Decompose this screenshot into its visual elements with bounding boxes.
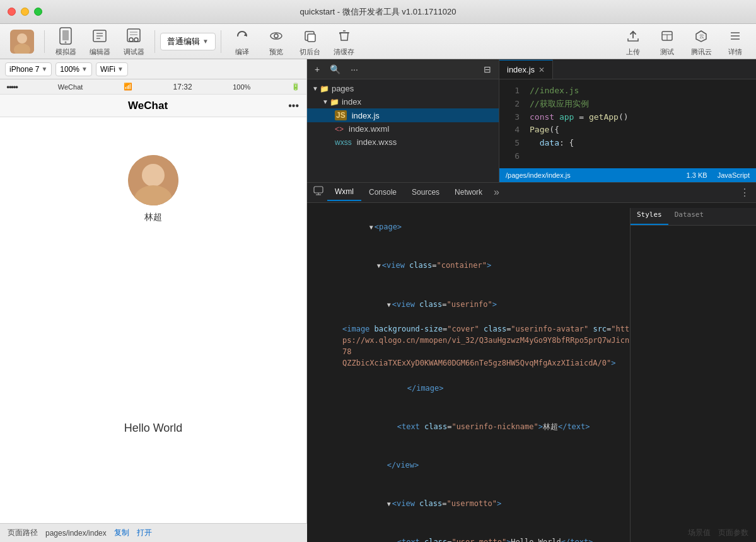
nav-more-icon[interactable]: •••: [288, 100, 299, 112]
editor-icon: [90, 26, 110, 46]
index-js-label: index.js: [352, 111, 380, 120]
debugger-button[interactable]: 调试器: [118, 23, 149, 59]
search-file-button[interactable]: 🔍: [327, 63, 343, 76]
xml-line-2: ▼<view class="container">: [312, 246, 630, 285]
index-folder-label: index: [342, 97, 361, 107]
status-path: /pages/index/index.js: [506, 171, 677, 179]
tree-item-index-js[interactable]: JS index.js: [307, 108, 499, 122]
signal-indicator: ●●●●●: [6, 84, 17, 90]
device-name: iPhone 7: [9, 65, 39, 74]
device-sub-toolbar: iPhone 7 ▼ 100% ▼ WiFi ▼: [0, 59, 307, 79]
test-button[interactable]: 测试: [651, 23, 683, 59]
more-tabs-button[interactable]: »: [490, 187, 503, 198]
detail-button[interactable]: 详情: [719, 23, 751, 59]
pages-folder-label: pages: [332, 84, 354, 93]
editor-panel: index.js ✕ 1 2 3 4 5 6: [499, 59, 756, 182]
detail-icon: [725, 26, 745, 46]
right-side: + 🔍 ··· ⊟ ▼ 📁 pages ▼ 📁: [307, 59, 756, 523]
upload-button[interactable]: 上传: [617, 23, 649, 59]
cutback-label: 切后台: [299, 47, 320, 57]
xml-line-6: <text class="userinfo-nickname">林超</text…: [312, 407, 630, 446]
svg-rect-32: [314, 187, 323, 193]
tab-dataset[interactable]: Dataset: [668, 208, 710, 225]
index-wxml-label: index.wxml: [349, 124, 389, 134]
simulator-button[interactable]: 模拟器: [50, 23, 81, 59]
hello-world-text: Hello World: [124, 422, 183, 435]
folder-icon: 📁: [330, 98, 339, 107]
minimize-button[interactable]: [21, 8, 29, 16]
tab-sources[interactable]: Sources: [404, 183, 447, 201]
test-label: 测试: [660, 47, 674, 57]
preview-button[interactable]: 预览: [260, 23, 292, 59]
code-line-5: Page({: [530, 124, 756, 137]
clearcache-icon: [334, 26, 354, 46]
tencent-label: 腾讯云: [691, 47, 712, 57]
open-button[interactable]: 打开: [137, 528, 152, 538]
main-toolbar: 模拟器 编辑器 调试器 普通编辑 ▼: [0, 24, 756, 59]
user-avatar: [128, 155, 178, 205]
tree-item-index-wxss[interactable]: wxss index.wxss: [307, 136, 499, 149]
test-icon: [657, 26, 677, 46]
phone-app-content: 林超 Hello World: [0, 117, 306, 523]
compile-label: 编译: [235, 47, 249, 57]
window-title: quickstart - 微信开发者工具 v1.01.1711020: [300, 6, 457, 18]
svg-point-5: [65, 42, 67, 43]
xml-line-7: </view>: [312, 446, 630, 485]
code-line-6: data: {: [530, 137, 756, 150]
phone-nav-bar: WeChat •••: [0, 95, 306, 117]
add-file-button[interactable]: +: [312, 63, 322, 76]
tab-label: index.js: [507, 65, 535, 74]
wxml-tab-bar: Wxml Console Sources Network » ⋮: [307, 183, 756, 203]
avatar: [10, 30, 34, 54]
tab-network[interactable]: Network: [447, 183, 490, 201]
collapse-button[interactable]: ⊟: [481, 63, 494, 76]
tab-index-js[interactable]: index.js ✕: [499, 60, 553, 79]
compile-mode-dropdown[interactable]: 普通编辑 ▼: [160, 33, 216, 50]
editor-label: 编辑器: [90, 47, 110, 57]
more-options-button[interactable]: ···: [348, 63, 361, 76]
tab-console[interactable]: Console: [361, 183, 404, 201]
tab-options-button[interactable]: ⋮: [736, 187, 753, 199]
tree-item-index-folder[interactable]: ▼ 📁 index: [307, 95, 499, 108]
avatar-button[interactable]: [5, 27, 39, 56]
tab-close-button[interactable]: ✕: [538, 66, 545, 74]
xml-line-4c: QZZbicXciaTXExXyD0KWAM60DGM66nTe5gz8HW5Q…: [312, 357, 630, 369]
title-bar: quickstart - 微信开发者工具 v1.01.1711020: [0, 0, 756, 24]
wxss-file-icon: wxss: [335, 138, 352, 147]
inspect-element-icon[interactable]: [310, 186, 327, 199]
scene-label[interactable]: 场景值: [688, 528, 711, 538]
code-editor[interactable]: 1 2 3 4 5 6 //index.js //获取应用实例 const ap…: [499, 79, 756, 168]
path-value: pages/index/index: [45, 529, 107, 538]
phone-simulator: ●●●●● WeChat 📶 17:32 100% 🔋 WeChat •••: [0, 79, 307, 523]
wxml-right-panel: Styles Dataset: [630, 208, 756, 542]
simulator-icon: [55, 26, 76, 46]
tree-item-pages[interactable]: ▼ 📁 pages: [307, 82, 499, 95]
code-line-2: //获取应用实例: [530, 98, 756, 111]
right-top: + 🔍 ··· ⊟ ▼ 📁 pages ▼ 📁: [307, 59, 756, 183]
network-type: WiFi: [100, 65, 115, 74]
close-button[interactable]: [8, 8, 16, 16]
maximize-button[interactable]: [34, 8, 42, 16]
tree-item-index-wxml[interactable]: <> index.wxml: [307, 122, 499, 136]
params-label[interactable]: 页面参数: [718, 528, 748, 538]
zoom-selector[interactable]: 100% ▼: [55, 62, 92, 76]
copy-button[interactable]: 复制: [114, 528, 129, 538]
file-tree-toolbar: + 🔍 ··· ⊟: [307, 59, 499, 79]
cutback-button[interactable]: 切后台: [294, 23, 326, 59]
phone-status-bar: ●●●●● WeChat 📶 17:32 100% 🔋: [0, 79, 306, 95]
editor-button[interactable]: 编辑器: [84, 23, 115, 59]
xml-line-4: <image background-size="cover" class="us…: [312, 323, 630, 335]
device-selector[interactable]: iPhone 7 ▼: [5, 62, 52, 76]
tab-wxml[interactable]: Wxml: [327, 183, 361, 201]
cutback-icon: [300, 26, 320, 46]
compile-button[interactable]: 编译: [226, 23, 258, 59]
network-selector[interactable]: WiFi ▼: [96, 62, 128, 76]
tab-styles[interactable]: Styles: [631, 208, 668, 225]
clearcache-button[interactable]: 清缓存: [329, 23, 360, 59]
window-controls: [8, 8, 42, 16]
status-size: 1.3 KB: [687, 171, 707, 179]
nav-title: WeChat: [8, 100, 288, 112]
chevron-down-icon: ▼: [202, 38, 209, 45]
code-line-1: //index.js: [530, 84, 756, 98]
tencent-button[interactable]: 云 腾讯云: [685, 23, 717, 59]
